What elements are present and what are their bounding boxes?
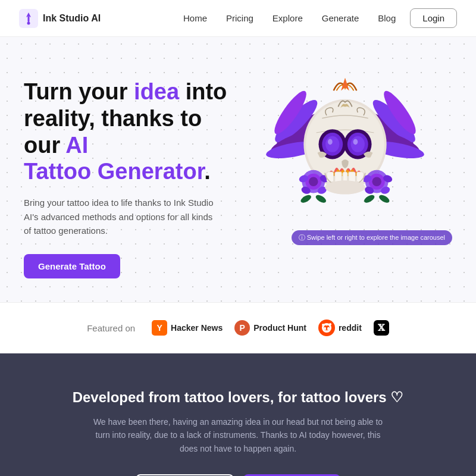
- badge-reddit[interactable]: reddit: [318, 320, 362, 336]
- svg-point-55: [322, 324, 324, 326]
- nav-pricing[interactable]: Pricing: [226, 13, 253, 23]
- navbar: Ink Studio AI Home Pricing Explore Gener…: [0, 0, 476, 37]
- svg-point-23: [328, 139, 333, 145]
- product-hunt-icon: P: [234, 320, 250, 336]
- svg-point-32: [299, 193, 312, 204]
- svg-rect-47: [356, 172, 364, 182]
- svg-point-21: [325, 136, 339, 152]
- svg-point-48: [325, 180, 365, 194]
- reddit-label: reddit: [339, 323, 362, 333]
- hero-right: ⓘ Swipe left or right to explore the ima…: [238, 61, 452, 239]
- svg-point-2: [27, 21, 30, 24]
- hero-tattoo-image: [262, 61, 428, 239]
- carousel-hint: ⓘ Swipe left or right to explore the ima…: [292, 230, 452, 245]
- hero-title-generator: Tattoo Generator: [24, 159, 204, 184]
- svg-point-27: [309, 177, 318, 186]
- svg-point-54: [329, 323, 331, 325]
- product-hunt-label: Product Hunt: [253, 323, 306, 333]
- badge-product-hunt[interactable]: P Product Hunt: [234, 320, 306, 336]
- svg-rect-1: [28, 16, 30, 22]
- logo-icon: [19, 9, 38, 28]
- x-icon: 𝕏: [374, 320, 389, 336]
- nav-explore[interactable]: Explore: [273, 13, 303, 23]
- featured-label: Featured on: [87, 323, 135, 333]
- svg-point-24: [353, 139, 358, 145]
- hero-left: Turn your idea into reality, thanks to o…: [24, 73, 238, 278]
- hero-section: Turn your idea into reality, thanks to o…: [0, 37, 476, 302]
- nav-generate[interactable]: Generate: [322, 13, 359, 23]
- nav-logo-label: Ink Studio AI: [43, 13, 101, 24]
- reddit-icon: [318, 320, 335, 336]
- svg-rect-43: [327, 172, 334, 182]
- hero-subtitle: Bring your tattoo idea to life thanks to…: [24, 196, 214, 237]
- login-button[interactable]: Login: [410, 8, 457, 28]
- hero-title: Turn your idea into reality, thanks to o…: [24, 79, 238, 185]
- nav-logo[interactable]: Ink Studio AI: [19, 9, 101, 28]
- hero-title-idea: idea: [134, 79, 179, 104]
- bottom-title: Developed from tattoo lovers, for tattoo…: [24, 389, 452, 406]
- nav-home[interactable]: Home: [183, 13, 207, 23]
- svg-point-33: [315, 193, 328, 204]
- hacker-news-label: Hacker News: [171, 323, 223, 333]
- bottom-section: Developed from tattoo lovers, for tattoo…: [0, 353, 476, 476]
- generate-tattoo-button[interactable]: Generate Tattoo: [24, 254, 120, 278]
- hero-title-ai: AI: [65, 133, 88, 158]
- svg-point-52: [324, 327, 326, 330]
- hacker-news-icon: Y: [152, 320, 167, 336]
- nav-links: Home Pricing Explore Generate Blog: [183, 13, 396, 23]
- badge-hacker-news[interactable]: Y Hacker News: [152, 320, 223, 336]
- badge-x[interactable]: 𝕏: [374, 320, 389, 336]
- svg-point-36: [372, 177, 381, 186]
- featured-badges: Y Hacker News P Product Hunt re: [152, 320, 389, 336]
- featured-section: Featured on Y Hacker News P Product Hunt: [0, 302, 476, 353]
- svg-point-53: [327, 327, 330, 330]
- svg-point-41: [363, 193, 376, 204]
- bottom-description: We have been there, having an amazing id…: [89, 415, 387, 455]
- svg-point-42: [378, 193, 391, 204]
- svg-point-22: [351, 136, 365, 152]
- nav-blog[interactable]: Blog: [378, 13, 396, 23]
